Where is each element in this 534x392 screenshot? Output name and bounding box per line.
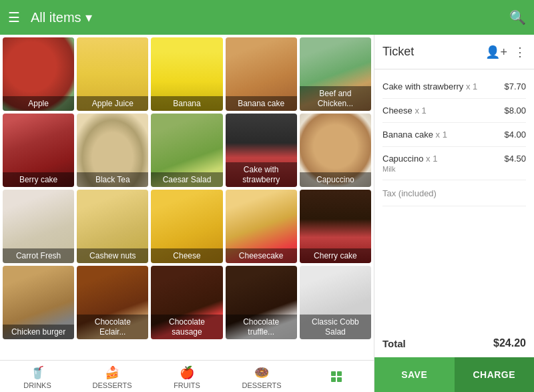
drinks-icon: 🥤: [30, 365, 45, 380]
grid-item[interactable]: Capuccino: [300, 114, 371, 187]
grid-item-label: Banana: [151, 96, 222, 111]
ticket-item-price: $7.70: [504, 81, 526, 91]
grid-item-label: Cheese: [151, 248, 222, 263]
grid-item-label: Chicken burger: [3, 325, 74, 339]
grid-item[interactable]: Chocolate truffle...: [226, 266, 297, 339]
grid-item[interactable]: Cheesecake: [226, 190, 297, 263]
grid-item-label: Classic Cobb Salad: [300, 315, 371, 339]
ticket-item-row: Capuccino x 1 $4.50: [382, 154, 526, 164]
ticket-panel: Ticket 👤+ ⋮ Cake with strawberry x 1 $7.…: [374, 35, 534, 392]
grid-item[interactable]: Black Tea: [77, 114, 148, 187]
menu-icon[interactable]: ☰: [8, 9, 20, 25]
bottom-tabs: 🥤 DRINKS 🍰 DESSERTS 🍎 FRUITS 🍩 DESSERTS: [0, 360, 374, 392]
tab-desserts-1[interactable]: 🍰 DESSERTS: [75, 361, 150, 392]
ticket-action-buttons: SAVE CHARGE: [374, 357, 534, 392]
grid-item[interactable]: Cheese: [151, 190, 222, 263]
ticket-item-row: Cake with strawberry x 1 $7.70: [382, 81, 526, 91]
grid-item-label: Capuccino: [300, 172, 371, 187]
grid-item-label: Apple Juice: [77, 96, 148, 111]
ticket-item: Banana cake x 1 $4.00: [382, 123, 526, 147]
grid-item-label: Apple: [3, 96, 74, 111]
tab-fruits-label: FRUITS: [174, 381, 200, 389]
grid-item[interactable]: Chicken burger: [3, 266, 74, 339]
grid-item[interactable]: Berry cake: [3, 114, 74, 187]
grid-item-label: Beef and Chicken...: [300, 86, 371, 111]
grid-item[interactable]: Caesar Salad: [151, 114, 222, 187]
save-button[interactable]: SAVE: [374, 357, 455, 392]
grid-view-icon: [331, 371, 342, 382]
ticket-item-row: Cheese x 1 $8.00: [382, 106, 526, 116]
tab-desserts-2-label: DESSERTS: [242, 381, 281, 389]
grid-item-label: Banana cake: [226, 96, 297, 111]
ticket-item-price: $4.50: [504, 154, 526, 164]
grid-item-label: Berry cake: [3, 172, 74, 187]
ticket-title: Ticket: [382, 45, 479, 59]
tax-label: Tax (included): [382, 188, 437, 198]
desserts-icon: 🍰: [105, 365, 119, 380]
tab-drinks-label: DRINKS: [23, 381, 51, 389]
tab-desserts-2[interactable]: 🍩 DESSERTS: [224, 361, 299, 392]
grid-item-label: Cashew nuts: [77, 248, 148, 263]
grid-item-label: Chocolate truffle...: [226, 315, 297, 339]
ticket-item-name: Cake with strawberry x 1: [382, 81, 504, 91]
ticket-total: Total $24.20: [382, 329, 526, 357]
grid-item[interactable]: Carrot Fresh: [3, 190, 74, 263]
ticket-item: Cake with strawberry x 1 $7.70: [382, 75, 526, 99]
grid-item[interactable]: Banana: [151, 37, 222, 111]
grid-item-label: Caesar Salad: [151, 172, 222, 187]
grid-item[interactable]: Classic Cobb Salad: [300, 266, 371, 339]
grid-item[interactable]: Cake with strawberry: [226, 114, 297, 187]
total-amount: $24.20: [493, 337, 526, 349]
ticket-item-name: Banana cake x 1: [382, 130, 504, 140]
grid-item-label: Chocolate Eclair...: [77, 315, 148, 339]
tab-fruits[interactable]: 🍎 FRUITS: [150, 361, 224, 392]
grid-item[interactable]: Apple Juice: [77, 37, 148, 111]
ticket-item-name: Cheese x 1: [382, 106, 504, 116]
tab-desserts-1-label: DESSERTS: [92, 381, 131, 389]
ticket-footer: Total $24.20: [374, 329, 534, 357]
grid-item-label: Cake with strawberry: [226, 162, 297, 187]
grid-item[interactable]: Cherry cake: [300, 190, 371, 263]
fruits-icon: 🍎: [180, 365, 194, 380]
tab-grid-view[interactable]: [299, 361, 374, 392]
grid-item[interactable]: Banana cake: [226, 37, 297, 111]
grid-item[interactable]: Cashew nuts: [77, 190, 148, 263]
more-options-icon[interactable]: ⋮: [514, 45, 526, 59]
grid-item-label: Chocolate sausage: [151, 315, 222, 339]
ticket-tax: Tax (included): [382, 180, 526, 206]
grid-item[interactable]: Apple: [3, 37, 74, 111]
grid-item-label: Black Tea: [77, 172, 148, 187]
grid-item-label: Carrot Fresh: [3, 248, 74, 263]
product-grid: AppleApple JuiceBananaBanana cakeBeef an…: [0, 35, 374, 360]
product-grid-panel: AppleApple JuiceBananaBanana cakeBeef an…: [0, 35, 374, 392]
ticket-item-price: $8.00: [504, 106, 526, 116]
search-icon[interactable]: 🔍: [509, 9, 526, 25]
ticket-item: Cheese x 1 $8.00: [382, 99, 526, 123]
ticket-item: Capuccino x 1 $4.50 Milk: [382, 147, 526, 180]
grid-item[interactable]: Chocolate Eclair...: [77, 266, 148, 339]
header-title: All items ▾: [31, 9, 509, 25]
ticket-item-row: Banana cake x 1 $4.00: [382, 130, 526, 140]
grid-item-label: Cheesecake: [226, 248, 297, 263]
total-label: Total: [382, 338, 406, 349]
ticket-header: Ticket 👤+ ⋮: [374, 35, 534, 69]
dropdown-icon[interactable]: ▾: [85, 9, 92, 25]
add-customer-icon[interactable]: 👤+: [485, 45, 507, 59]
all-items-label: All items: [31, 10, 81, 25]
grid-item-label: Cherry cake: [300, 248, 371, 263]
ticket-item-name: Capuccino x 1: [382, 154, 504, 164]
desserts2-icon: 🍩: [254, 365, 269, 380]
tab-drinks[interactable]: 🥤 DRINKS: [0, 361, 75, 392]
main-content: AppleApple JuiceBananaBanana cakeBeef an…: [0, 35, 534, 392]
ticket-item-note: Milk: [382, 165, 526, 173]
charge-button[interactable]: CHARGE: [455, 357, 535, 392]
grid-item[interactable]: Chocolate sausage: [151, 266, 222, 339]
ticket-item-price: $4.00: [504, 130, 526, 140]
header: ☰ All items ▾ 🔍: [0, 0, 534, 35]
ticket-items-list: Cake with strawberry x 1 $7.70 Cheese x …: [374, 69, 534, 329]
grid-item[interactable]: Beef and Chicken...: [300, 37, 371, 111]
